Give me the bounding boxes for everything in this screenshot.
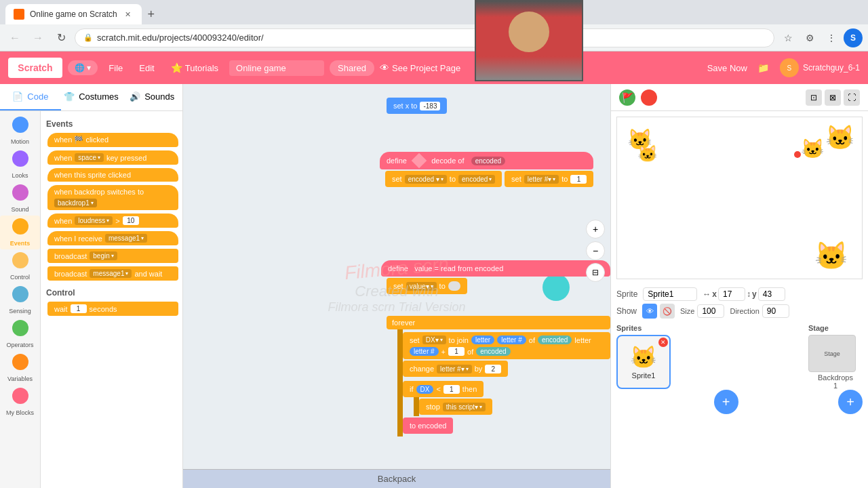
control-section-title: Control (46, 288, 177, 298)
cat-sprite-top-right: 🐱 (825, 124, 855, 152)
block-broadcast-begin[interactable]: broadcast begin (47, 249, 178, 263)
webcam-overlay (475, 0, 583, 81)
block-when-key-pressed[interactable]: when space key pressed (47, 150, 178, 165)
stage-view-buttons: ⊡ ⊠ ⛶ (806, 89, 860, 106)
scratch-logo[interactable]: Scratch (8, 58, 62, 78)
cat-sprite-mid-right: 🐱 (801, 138, 825, 160)
backpack-bar[interactable]: Backpack (183, 469, 610, 488)
see-project-button[interactable]: 👁 See Project Page (380, 62, 460, 73)
stage-toolbar: 🚩 ⊡ ⊠ ⛶ (611, 84, 868, 111)
sprite-thumb-icon: 🐱 (630, 344, 657, 370)
sprite-info-row: Sprite ↔ x ↕ y (616, 287, 863, 301)
more-icon[interactable]: ⋮ (822, 28, 841, 47)
category-myblocks[interactable]: My Blocks (0, 385, 40, 419)
extensions-icon[interactable]: ⚙ (800, 28, 819, 47)
show-hidden-button[interactable]: 🚫 (660, 304, 675, 319)
block-palette: Events when 🏁 clicked when space key pre… (41, 111, 182, 488)
save-now-button[interactable]: Save Now (707, 63, 747, 73)
block-wait-seconds[interactable]: wait 1 seconds (47, 302, 178, 316)
full-stage-button[interactable]: ⊠ (825, 89, 841, 106)
tab-title: Online game on Scratch (30, 9, 117, 19)
tab-code[interactable]: 📄Code (0, 84, 61, 110)
forward-button[interactable]: → (28, 28, 47, 47)
project-name-input[interactable] (229, 60, 324, 76)
script-area[interactable]: Filmora scrn Created with Filmora scrn T… (183, 84, 610, 488)
red-dot (794, 151, 801, 158)
sprite-info: Sprite ↔ x ↕ y Show 👁 🚫 (611, 285, 868, 321)
profile-area[interactable]: S Scratchguy_6-1 (780, 58, 860, 77)
block-when-backdrop[interactable]: when backdrop switches to backdrop1 (47, 185, 178, 210)
fullscreen-button[interactable]: ⛶ (844, 89, 860, 106)
size-field: Size (680, 304, 724, 318)
x-input[interactable] (718, 287, 745, 301)
category-motion[interactable]: Motion (0, 114, 40, 148)
add-buttons-area: + + (611, 392, 868, 417)
sprite-label: Sprite (616, 289, 637, 299)
stage-area-title: Stage (808, 324, 863, 332)
sprites-area: Sprites ✕ 🐱 Sprite1 (616, 324, 803, 389)
tab-sounds[interactable]: 🔊Sounds (121, 84, 182, 110)
zoom-out-button[interactable]: − (586, 241, 605, 260)
stage-panel: 🚩 ⊡ ⊠ ⛶ 🐱 🐱 🐱 🐱 🐱 (610, 84, 868, 488)
scratch-sidebar: 📄Code 👕Costumes 🔊Sounds Motion (0, 84, 183, 488)
category-sound[interactable]: Sound (0, 182, 40, 216)
sprite1-thumb[interactable]: ✕ 🐱 Sprite1 (616, 335, 671, 389)
small-stage-button[interactable]: ⊡ (806, 89, 822, 106)
block-set-x: set x to -183 (387, 98, 447, 114)
cat-sprite-small: 🐱 (637, 144, 658, 163)
sprite-name-input[interactable] (643, 287, 697, 301)
size-input[interactable] (697, 304, 724, 318)
shared-button[interactable]: Shared (330, 60, 374, 76)
zoom-in-button[interactable]: + (586, 220, 605, 239)
category-control[interactable]: Control (0, 249, 40, 283)
scratch-editor-tabs: 📄Code 👕Costumes 🔊Sounds (0, 84, 182, 111)
tab-bar: Online game on Scratch ✕ + (0, 0, 868, 24)
tab-close-icon[interactable]: ✕ (123, 9, 134, 20)
category-operators[interactable]: Operators (0, 317, 40, 351)
stage-area: Stage Stage Backdrops1 (808, 324, 863, 390)
new-tab-button[interactable]: + (142, 5, 161, 24)
address-bar[interactable]: 🔒 scratch.mit.edu/projects/400093240/edi… (75, 28, 774, 47)
stage-canvas-inner: 🐱 🐱 🐱 🐱 🐱 (617, 117, 862, 279)
category-looks[interactable]: Looks (0, 148, 40, 182)
scratch-file-menu[interactable]: File (103, 60, 128, 76)
block-when-sprite-clicked[interactable]: when this sprite clicked (47, 168, 178, 182)
backdrop-info: Backdrops1 (808, 373, 863, 390)
back-button[interactable]: ← (5, 28, 24, 47)
show-visible-button[interactable]: 👁 (642, 304, 657, 319)
direction-input[interactable] (762, 304, 789, 318)
block-when-receive[interactable]: when I receive message1 (47, 231, 178, 245)
y-input[interactable] (758, 287, 785, 301)
bookmark-icon[interactable]: ☆ (778, 28, 797, 47)
zoom-controls: + − ⊟ (586, 220, 605, 282)
browser-actions: ☆ ⚙ ⋮ S (778, 28, 863, 47)
block-when-loudness[interactable]: when loudness > 10 (47, 214, 178, 228)
profile-button[interactable]: S (844, 28, 863, 47)
stage-thumb[interactable]: Stage (808, 335, 856, 372)
profile-pic: S (780, 58, 799, 77)
active-tab[interactable]: Online game on Scratch ✕ (5, 4, 142, 24)
stop-button[interactable] (641, 89, 657, 106)
block-broadcast-message[interactable]: broadcast message1 and wait (47, 266, 178, 281)
scratch-tutorials[interactable]: ⭐ Tutorials (165, 60, 224, 76)
folder-icon[interactable]: 📁 (754, 58, 773, 77)
category-variables[interactable]: Variables (0, 351, 40, 385)
add-backdrop-button[interactable]: + (838, 390, 863, 414)
events-section-title: Events (46, 119, 177, 129)
profile-name: Scratchguy_6-1 (803, 63, 860, 73)
reload-button[interactable]: ↻ (52, 28, 71, 47)
add-sprite-button[interactable]: + (714, 390, 738, 414)
script-canvas: Filmora scrn Created with Filmora scrn T… (183, 84, 610, 488)
scratch-editor: 📄Code 👕Costumes 🔊Sounds Motion (0, 84, 868, 488)
tab-costumes[interactable]: 👕Costumes (61, 84, 122, 110)
sprite-delete-btn[interactable]: ✕ (658, 338, 668, 347)
reset-zoom-button[interactable]: ⊟ (586, 263, 605, 282)
direction-field: Direction (730, 304, 789, 318)
category-events[interactable]: Events (0, 216, 40, 249)
green-flag-button[interactable]: 🚩 (619, 89, 635, 106)
category-sensing[interactable]: Sensing (0, 283, 40, 317)
block-when-flag-clicked[interactable]: when 🏁 clicked (47, 133, 178, 147)
scratch-edit-menu[interactable]: Edit (134, 60, 159, 76)
scratch-globe[interactable]: 🌐 ▾ (68, 60, 98, 75)
scratch-app: Scratch 🌐 ▾ File Edit ⭐ Tutorials Shared… (0, 52, 868, 488)
